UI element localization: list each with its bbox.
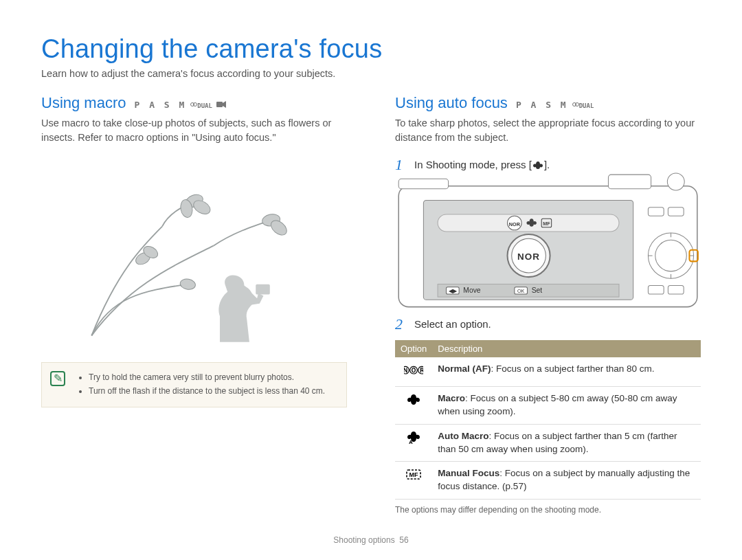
- section-heading-autofocus: Using auto focus: [395, 94, 508, 112]
- svg-rect-11: [256, 284, 270, 295]
- option-icon-nor: ⓃⓄⓇ: [395, 357, 432, 386]
- option-desc: Macro: Focus on a subject 5-80 cm away (…: [432, 386, 701, 424]
- option-desc: Normal (AF): Focus on a subject farther …: [432, 357, 701, 386]
- svg-rect-2: [216, 102, 223, 107]
- svg-rect-15: [398, 179, 448, 188]
- page-subtitle: Learn how to adjust the camera's focus a…: [41, 68, 701, 79]
- focus-options-table: Option Description ⓃⓄⓇ Normal (AF): Focu…: [395, 340, 701, 500]
- table-header-description: Description: [432, 340, 701, 357]
- mode-indicator: P A S M DUAL: [516, 100, 594, 110]
- svg-text:MF: MF: [409, 471, 418, 478]
- dual-icon: DUAL: [190, 101, 212, 109]
- set-label: Set: [532, 286, 543, 293]
- svg-text:ⓃⓄⓇ: ⓃⓄⓇ: [404, 366, 423, 375]
- section-heading-macro: Using macro: [41, 94, 126, 112]
- mf-small-icon: MF: [541, 219, 551, 227]
- note-icon: ✎: [50, 371, 65, 386]
- mode-indicator: P A S M DUAL: [134, 100, 225, 110]
- table-row: A Auto Macro: Focus on a subject farther…: [395, 424, 701, 462]
- option-desc: Auto Macro: Focus on a subject farther t…: [432, 424, 701, 462]
- camera-lcd-illustration: NOR MF NOR ◀▶ Move: [395, 181, 701, 304]
- table-header-option: Option: [395, 340, 432, 357]
- flower-photography-drawing: [66, 156, 322, 348]
- right-column: Using auto focus P A S M DUAL To take sh…: [395, 94, 701, 515]
- heading-row: Using macro P A S M DUAL: [41, 94, 347, 112]
- heading-row: Using auto focus P A S M DUAL: [395, 94, 701, 112]
- macro-lead-text: Use macro to take close-up photos of sub…: [41, 116, 347, 145]
- svg-text:A: A: [409, 439, 413, 444]
- option-icon-auto-macro: A: [395, 424, 432, 462]
- ok-label: OK: [517, 287, 525, 293]
- option-icon-macro: [395, 386, 432, 424]
- svg-point-10: [179, 278, 196, 291]
- move-label: Move: [463, 286, 481, 293]
- svg-rect-16: [608, 175, 651, 189]
- option-desc: Manual Focus: Focus on a subject by manu…: [432, 462, 701, 500]
- step-2: 2 Select an option.: [395, 315, 701, 333]
- tip-item: Try to hold the camera very still to pre…: [89, 371, 337, 383]
- svg-point-19: [655, 240, 687, 271]
- svg-rect-27: [648, 207, 664, 215]
- mode-letters: P A S M: [516, 100, 568, 110]
- left-column: Using macro P A S M DUAL Use macro to ta…: [41, 94, 347, 515]
- autofocus-lead-text: To take sharp photos, select the appropr…: [395, 116, 701, 145]
- page-title: Changing the camera's focus: [41, 34, 701, 64]
- tip-box: ✎ Try to hold the camera very still to p…: [41, 362, 347, 407]
- footer-page-number: 56: [399, 535, 408, 545]
- dual-icon: DUAL: [572, 101, 594, 109]
- nor-big-label: NOR: [517, 251, 540, 262]
- svg-rect-25: [648, 285, 664, 293]
- mode-letters: P A S M: [134, 100, 186, 110]
- svg-text:◀▶: ◀▶: [449, 287, 458, 293]
- option-icon-mf: MF: [395, 462, 432, 500]
- manual-page: Changing the camera's focus Learn how to…: [0, 0, 742, 560]
- svg-rect-28: [668, 207, 684, 215]
- two-column-layout: Using macro P A S M DUAL Use macro to ta…: [41, 94, 701, 515]
- table-row: Macro: Focus on a subject 5-80 cm away (…: [395, 386, 701, 424]
- nor-small-label: NOR: [509, 221, 521, 227]
- svg-point-17: [667, 173, 684, 190]
- step-text: In Shooting mode, press [].: [414, 156, 550, 170]
- svg-text:MF: MF: [543, 220, 550, 226]
- macro-illustration: [41, 156, 347, 348]
- video-icon: [216, 101, 226, 109]
- footer-section: Shooting options: [333, 535, 394, 545]
- step-number: 2: [395, 315, 407, 333]
- macro-button-icon: [532, 160, 544, 170]
- tip-item: Turn off the flash if the distance to th…: [89, 385, 337, 397]
- tip-list: Try to hold the camera very still to pre…: [76, 371, 337, 397]
- table-row: ⓃⓄⓇ Normal (AF): Focus on a subject fart…: [395, 357, 701, 386]
- step-text: Select an option.: [414, 315, 491, 330]
- table-row: MF Manual Focus: Focus on a subject by m…: [395, 462, 701, 500]
- svg-rect-26: [668, 285, 684, 293]
- page-footer: Shooting options 56: [0, 535, 742, 545]
- options-footnote: The options may differ depending on the …: [395, 505, 701, 515]
